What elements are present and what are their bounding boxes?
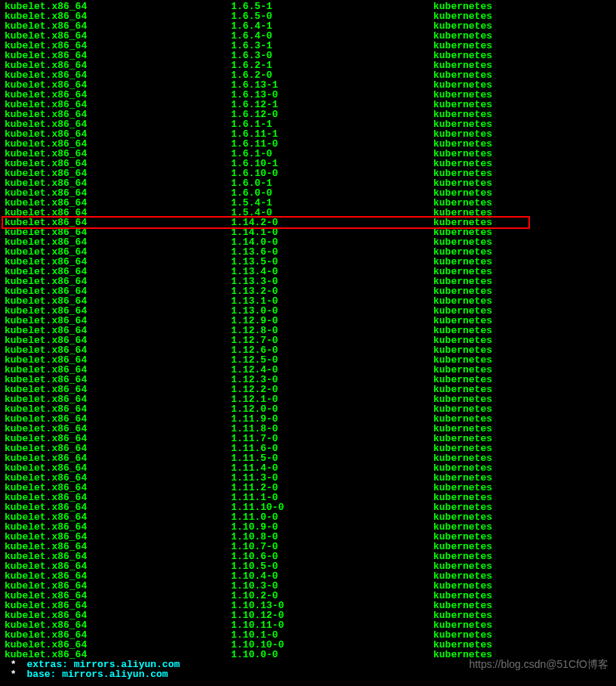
package-row: kubelet.x86_641.6.10-0kubernetes [0,168,616,178]
package-row: kubelet.x86_641.10.12-0kubernetes [0,610,616,620]
package-row: kubelet.x86_641.13.4-0kubernetes [0,267,616,277]
package-row: kubelet.x86_641.6.3-0kubernetes [0,51,616,60]
package-row: kubelet.x86_641.11.10-0kubernetes [0,502,616,512]
package-row: kubelet.x86_641.6.1-0kubernetes [0,149,616,159]
package-row: kubelet.x86_641.11.9-0kubernetes [0,414,616,424]
package-row: kubelet.x86_641.13.1-0kubernetes [0,296,616,306]
package-row: kubelet.x86_641.6.11-1kubernetes [0,129,616,139]
package-version: 1.10.0-0 [231,650,433,660]
mirror-info-line: * base: mirrors.aliyun.com [0,669,616,679]
package-row: kubelet.x86_641.6.12-1kubernetes [0,100,616,110]
terminal-output[interactable]: kubelet.x86_641.6.5-1kuberneteskubelet.x… [0,0,616,679]
package-row: kubelet.x86_641.11.0-0kubernetes [0,512,616,522]
package-row: kubelet.x86_641.12.4-0kubernetes [0,365,616,375]
package-row: kubelet.x86_641.12.0-0kubernetes [0,404,616,414]
package-row: kubelet.x86_641.12.1-0kubernetes [0,394,616,404]
package-row: kubelet.x86_641.12.8-0kubernetes [0,326,616,335]
package-row: kubelet.x86_641.13.2-0kubernetes [0,286,616,296]
package-row: kubelet.x86_641.13.6-0kubernetes [0,247,616,257]
package-row: kubelet.x86_641.6.1-1kubernetes [0,119,616,129]
package-row: kubelet.x86_641.12.9-0kubernetes [0,316,616,326]
package-row: kubelet.x86_641.6.3-1kubernetes [0,41,616,51]
package-row: kubelet.x86_641.6.13-0kubernetes [0,90,616,100]
package-row: kubelet.x86_641.10.11-0kubernetes [0,620,616,630]
package-row: kubelet.x86_641.6.13-1kubernetes [0,80,616,90]
package-row: kubelet.x86_641.5.4-0kubernetes [0,208,616,218]
package-row: kubelet.x86_641.6.0-1kubernetes [0,178,616,188]
package-row: kubelet.x86_641.11.3-0kubernetes [0,473,616,483]
package-row: kubelet.x86_641.6.0-0kubernetes [0,188,616,198]
package-row: kubelet.x86_641.6.4-0kubernetes [0,31,616,41]
package-row: kubelet.x86_641.6.5-0kubernetes [0,11,616,21]
package-row: kubelet.x86_641.6.11-0kubernetes [0,139,616,149]
package-row: kubelet.x86_641.6.2-1kubernetes [0,60,616,70]
package-row: kubelet.x86_641.13.3-0kubernetes [0,277,616,286]
package-row: kubelet.x86_641.10.10-0kubernetes [0,640,616,650]
package-repo: kubernetes [433,650,616,660]
package-row: kubelet.x86_641.5.4-1kubernetes [0,198,616,208]
package-row: kubelet.x86_641.12.5-0kubernetes [0,355,616,365]
package-row: kubelet.x86_641.10.9-0kubernetes [0,522,616,532]
package-row: kubelet.x86_641.12.6-0kubernetes [0,345,616,355]
package-row: kubelet.x86_641.14.0-0kubernetes [0,237,616,247]
package-row: kubelet.x86_641.14.1-0kubernetes [0,227,616,237]
package-row: kubelet.x86_641.11.7-0kubernetes [0,434,616,443]
package-row: kubelet.x86_641.12.7-0kubernetes [0,335,616,345]
package-row: kubelet.x86_641.12.3-0kubernetes [0,375,616,385]
package-row: kubelet.x86_641.10.2-0kubernetes [0,591,616,601]
package-row: kubelet.x86_641.6.4-1kubernetes [0,21,616,31]
package-row: kubelet.x86_641.6.10-1kubernetes [0,159,616,168]
package-row: kubelet.x86_641.11.6-0kubernetes [0,443,616,453]
package-row: kubelet.x86_641.10.1-0kubernetes [0,630,616,640]
package-row: kubelet.x86_641.10.5-0kubernetes [0,561,616,571]
package-row: kubelet.x86_641.10.3-0kubernetes [0,581,616,591]
package-row: kubelet.x86_641.12.2-0kubernetes [0,385,616,394]
package-row: kubelet.x86_641.10.6-0kubernetes [0,552,616,561]
mirror-text: base: mirrors.aliyun.com [21,669,168,679]
package-row: kubelet.x86_641.11.8-0kubernetes [0,424,616,434]
package-row: kubelet.x86_641.11.5-0kubernetes [0,453,616,463]
package-row: kubelet.x86_641.11.2-0kubernetes [0,483,616,493]
package-row: kubelet.x86_641.11.1-0kubernetes [0,493,616,502]
package-row: kubelet.x86_641.13.5-0kubernetes [0,257,616,267]
package-row: kubelet.x86_641.14.2-0kubernetes [0,218,616,227]
package-row: kubelet.x86_641.6.5-1kubernetes [0,2,616,11]
package-row: kubelet.x86_641.10.4-0kubernetes [0,571,616,581]
package-row: kubelet.x86_641.10.8-0kubernetes [0,532,616,542]
package-row: kubelet.x86_641.11.4-0kubernetes [0,463,616,473]
package-row: kubelet.x86_641.10.7-0kubernetes [0,542,616,552]
package-row: kubelet.x86_641.13.0-0kubernetes [0,306,616,316]
package-row: kubelet.x86_641.10.13-0kubernetes [0,601,616,610]
star-bullet: * [5,669,17,679]
package-row: kubelet.x86_641.6.2-0kubernetes [0,70,616,80]
package-row: kubelet.x86_641.6.12-0kubernetes [0,110,616,119]
